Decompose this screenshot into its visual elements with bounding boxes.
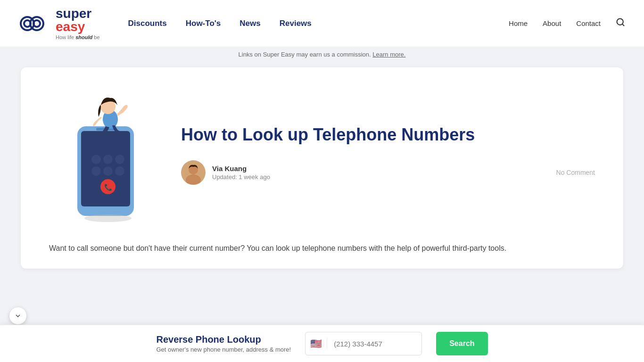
main-nav: Discounts How-To's News Reviews (128, 19, 509, 28)
svg-point-10 (103, 155, 113, 164)
no-comment: No Comment (556, 169, 595, 176)
article-paragraph: Want to call someone but don't have thei… (49, 242, 595, 255)
nav-about[interactable]: About (543, 19, 561, 27)
logo-icon (19, 9, 52, 38)
commission-text: Links on Super Easy may earn us a commis… (239, 51, 373, 58)
logo-easy: easy (56, 19, 85, 34)
svg-point-9 (91, 155, 101, 164)
article-illustration: 📞 (49, 82, 153, 228)
author-avatar-image (181, 160, 206, 185)
nav-contact[interactable]: Contact (576, 19, 601, 27)
article-hero: 📞 How to Look up (21, 67, 623, 242)
logo-tagline: How life should be (56, 34, 100, 40)
svg-text:📞: 📞 (104, 183, 113, 191)
avatar (181, 160, 206, 185)
svg-point-13 (103, 166, 113, 176)
article-body: Want to call someone but don't have thei… (21, 242, 623, 269)
learn-more-link[interactable]: Learn more. (372, 51, 405, 58)
svg-point-17 (84, 214, 132, 222)
svg-point-12 (91, 166, 101, 176)
nav-discounts[interactable]: Discounts (128, 19, 167, 28)
phone-illustration: 📞 (54, 84, 148, 225)
logo-super: super (56, 6, 91, 21)
nav-reviews[interactable]: Reviews (280, 19, 312, 28)
article-meta: How to Look up Telephone Numbers Via Kua… (172, 124, 595, 184)
svg-point-11 (115, 155, 124, 164)
svg-line-5 (622, 24, 624, 26)
logo[interactable]: super easy How life should be (19, 7, 100, 40)
author-info: Via Kuang Updated: 1 week ago (212, 165, 270, 181)
nav-howtos[interactable]: How-To's (186, 19, 221, 28)
search-button[interactable] (616, 17, 625, 29)
author-updated: Updated: 1 week ago (212, 173, 270, 181)
right-nav: Home About Contact (509, 17, 625, 29)
nav-home[interactable]: Home (509, 19, 528, 27)
author-name: Via Kuang (212, 165, 270, 173)
author-row: Via Kuang Updated: 1 week ago No Comment (181, 160, 595, 185)
svg-point-14 (115, 166, 124, 176)
article-card: 📞 How to Look up (21, 67, 623, 269)
article-title: How to Look up Telephone Numbers (181, 124, 595, 145)
site-header: super easy How life should be Discounts … (0, 0, 644, 47)
nav-news[interactable]: News (239, 19, 260, 28)
search-icon (616, 17, 625, 27)
svg-point-2 (30, 17, 43, 30)
logo-text: super easy How life should be (56, 7, 100, 40)
commission-bar: Links on Super Easy may earn us a commis… (0, 47, 644, 62)
